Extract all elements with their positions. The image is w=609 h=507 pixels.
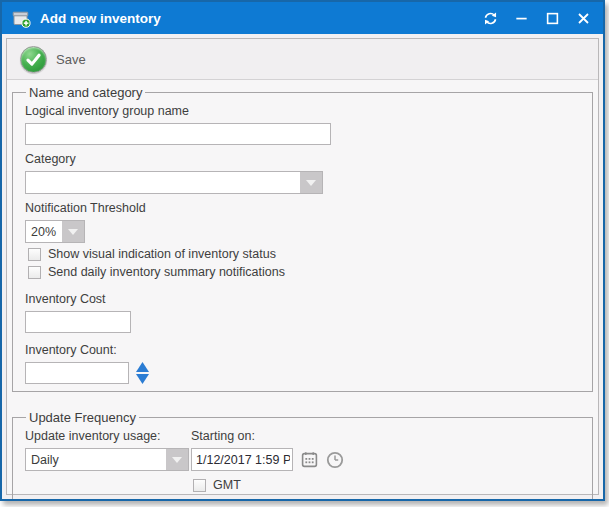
group-name-input[interactable] — [25, 123, 331, 145]
inventory-count-row — [25, 362, 580, 384]
threshold-selected-value: 20% — [26, 221, 62, 242]
send-daily-summary-row: Send daily inventory summary notificatio… — [28, 265, 580, 279]
show-visual-indication-label: Show visual indication of inventory stat… — [48, 247, 276, 261]
gmt-checkbox[interactable] — [193, 479, 206, 492]
calendar-icon[interactable] — [301, 451, 318, 468]
spinner-up-icon — [136, 362, 149, 372]
chevron-down-icon[interactable] — [62, 221, 84, 242]
save-button[interactable]: Save — [17, 43, 96, 76]
update-usage-label: Update inventory usage: — [25, 429, 191, 444]
starting-on-row — [191, 448, 580, 471]
spinner-down-icon — [136, 374, 149, 384]
update-frequency-legend: Update Frequency — [26, 410, 139, 425]
save-button-label: Save — [56, 52, 86, 67]
toolbar: Save — [7, 39, 598, 80]
send-daily-summary-checkbox[interactable] — [28, 266, 41, 279]
titlebar: Add new inventory — [2, 2, 603, 34]
maximize-button[interactable] — [540, 6, 564, 30]
show-visual-indication-row: Show visual indication of inventory stat… — [28, 247, 580, 261]
dialog-panel: Save Name and category Logical inventory… — [6, 38, 599, 495]
inventory-cost-label: Inventory Cost — [25, 292, 580, 307]
starting-on-input[interactable] — [191, 448, 293, 471]
window-controls — [478, 6, 595, 30]
refresh-button[interactable] — [478, 6, 502, 30]
inventory-cost-input[interactable] — [25, 311, 131, 333]
add-inventory-window: Add new inventory — [0, 0, 605, 501]
name-category-legend: Name and category — [26, 85, 145, 100]
inventory-add-icon — [12, 9, 31, 28]
gmt-label: GMT — [213, 478, 241, 492]
send-daily-summary-label: Send daily inventory summary notificatio… — [48, 265, 285, 279]
category-selected-value — [26, 172, 300, 193]
category-label: Category — [25, 152, 580, 167]
update-usage-dropdown[interactable]: Daily — [25, 448, 189, 471]
update-usage-selected-value: Daily — [26, 449, 166, 470]
notification-threshold-label: Notification Threshold — [25, 201, 580, 216]
gmt-row: GMT — [193, 478, 580, 492]
inventory-count-input[interactable] — [25, 362, 129, 384]
update-frequency-group: Update Frequency Update inventory usage:… — [12, 410, 593, 500]
update-frequency-grid: Update inventory usage: Daily Starting o… — [25, 425, 580, 492]
window-body: Save Name and category Logical inventory… — [2, 34, 603, 499]
count-spinner[interactable] — [136, 362, 149, 384]
form-content: Name and category Logical inventory grou… — [7, 80, 598, 494]
show-visual-indication-checkbox[interactable] — [28, 248, 41, 261]
close-button[interactable] — [571, 6, 595, 30]
clock-icon[interactable] — [326, 451, 344, 469]
inventory-count-label: Inventory Count: — [25, 343, 580, 358]
chevron-down-icon[interactable] — [166, 449, 188, 470]
minimize-button[interactable] — [509, 6, 533, 30]
name-category-group: Name and category Logical inventory grou… — [12, 85, 593, 392]
notification-threshold-dropdown[interactable]: 20% — [25, 220, 85, 243]
chevron-down-icon[interactable] — [300, 172, 322, 193]
window-title: Add new inventory — [40, 11, 161, 26]
group-name-label: Logical inventory group name — [25, 104, 580, 119]
save-check-icon — [20, 46, 47, 73]
starting-on-label: Starting on: — [191, 429, 580, 444]
category-dropdown[interactable] — [25, 171, 323, 194]
